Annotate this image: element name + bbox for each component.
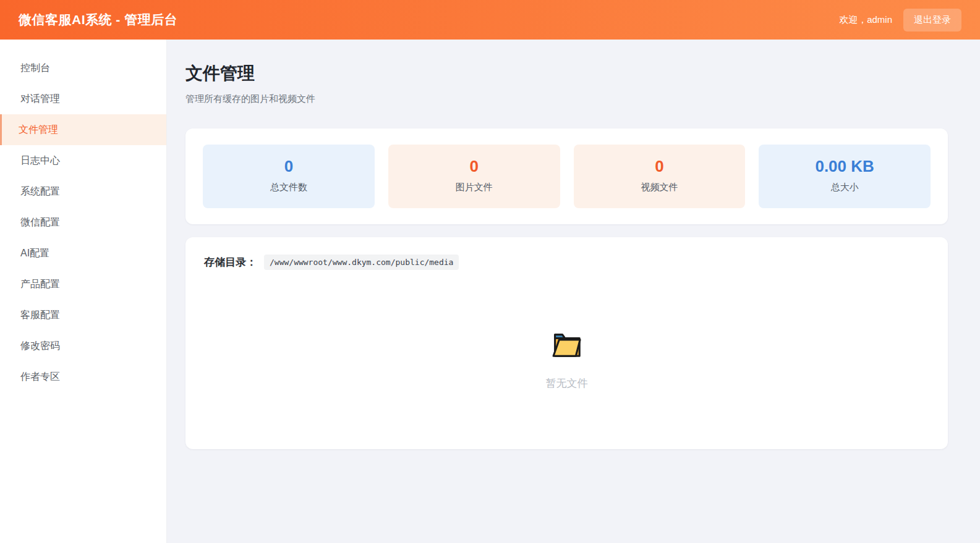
empty-state-text: 暂无文件 [546, 376, 588, 390]
storage-directory-label: 存储目录： [204, 255, 257, 269]
stat-label-video-files: 视频文件 [580, 182, 739, 193]
stat-value-total-size: 0.00 KB [765, 158, 924, 174]
files-card: 存储目录： /www/wwwroot/www.dkym.com/public/m… [185, 237, 948, 449]
sidebar-item-author-zone[interactable]: 作者专区 [0, 361, 166, 392]
stat-value-total-files: 0 [209, 158, 369, 174]
sidebar-item-service-config[interactable]: 客服配置 [0, 300, 166, 330]
page-subtitle: 管理所有缓存的图片和视频文件 [185, 93, 948, 105]
header-right: 欢迎，admin 退出登录 [839, 9, 961, 32]
sidebar-item-console[interactable]: 控制台 [0, 53, 166, 83]
content-area: 文件管理 管理所有缓存的图片和视频文件 0 总文件数 0 图片文件 0 视频文件… [167, 40, 980, 543]
stat-label-total-size: 总大小 [765, 182, 924, 193]
storage-directory-path: /www/wwwroot/www.dkym.com/public/media [264, 255, 459, 270]
main-layout: 控制台 对话管理 文件管理 日志中心 系统配置 微信配置 AI配置 产品配置 客… [0, 40, 980, 543]
sidebar-item-ai-config[interactable]: AI配置 [0, 238, 166, 269]
app-title: 微信客服AI系统 - 管理后台 [19, 11, 177, 28]
stat-label-image-files: 图片文件 [394, 182, 554, 193]
sidebar: 控制台 对话管理 文件管理 日志中心 系统配置 微信配置 AI配置 产品配置 客… [0, 40, 167, 543]
app-header: 微信客服AI系统 - 管理后台 欢迎，admin 退出登录 [0, 0, 980, 40]
stats-card: 0 总文件数 0 图片文件 0 视频文件 0.00 KB 总大小 [185, 128, 948, 224]
sidebar-item-logs[interactable]: 日志中心 [0, 145, 166, 176]
page-title: 文件管理 [185, 62, 948, 85]
sidebar-item-change-password[interactable]: 修改密码 [0, 330, 166, 361]
open-folder-icon [550, 327, 584, 360]
empty-state: 暂无文件 [204, 327, 929, 390]
stat-card-total-size: 0.00 KB 总大小 [759, 145, 931, 208]
stat-card-video-files: 0 视频文件 [574, 145, 746, 208]
stat-label-total-files: 总文件数 [209, 182, 369, 193]
storage-directory-row: 存储目录： /www/wwwroot/www.dkym.com/public/m… [204, 255, 929, 270]
stat-value-video-files: 0 [580, 158, 739, 174]
sidebar-item-product-config[interactable]: 产品配置 [0, 269, 166, 300]
welcome-text: 欢迎，admin [839, 14, 892, 26]
stats-grid: 0 总文件数 0 图片文件 0 视频文件 0.00 KB 总大小 [203, 145, 931, 208]
sidebar-item-dialogs[interactable]: 对话管理 [0, 83, 166, 114]
stat-value-image-files: 0 [394, 158, 554, 174]
stat-card-total-files: 0 总文件数 [203, 145, 375, 208]
logout-button[interactable]: 退出登录 [903, 9, 961, 32]
stat-card-image-files: 0 图片文件 [388, 145, 560, 208]
sidebar-item-system-config[interactable]: 系统配置 [0, 176, 166, 207]
sidebar-item-files[interactable]: 文件管理 [0, 114, 166, 145]
sidebar-item-wechat-config[interactable]: 微信配置 [0, 207, 166, 238]
